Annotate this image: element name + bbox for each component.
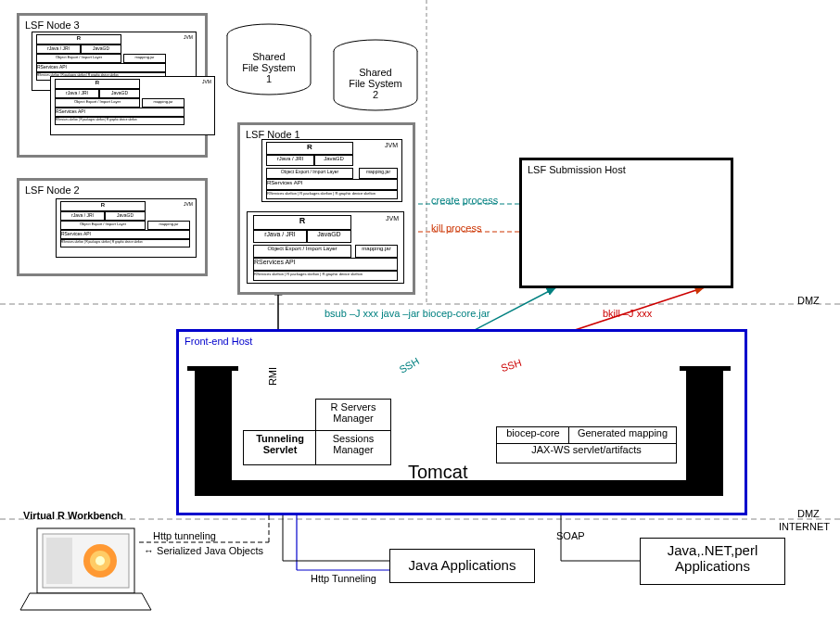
r-servers-manager: R Servers Manager: [315, 399, 391, 434]
svg-rect-23: [46, 538, 72, 584]
tunneling-servlet: Tunneling Servlet: [243, 430, 317, 465]
laptop-icon: [20, 528, 151, 610]
edge-kill: kill process: [431, 222, 481, 234]
tomcat-left: [195, 371, 232, 496]
lsf1-jvm-b: R JVM rJava / JRI JavaGD Object Export /…: [247, 211, 404, 284]
lsf3-jvm-b: RJVMrJava / JRIJavaGDObject Export / Imp…: [50, 76, 215, 135]
edge-http: Http tunneling: [153, 530, 216, 541]
lsf2-title: LSF Node 2: [25, 184, 80, 196]
tomcat-label: Tomcat: [408, 462, 467, 483]
lsf2-jvm: RJVMrJava / JRIJavaGDObject Export / Imp…: [56, 198, 197, 258]
zone-dmz-1: DMZ: [797, 295, 820, 306]
svg-point-22: [95, 556, 105, 565]
generated-mapping: Generated mapping: [568, 426, 677, 445]
tomcat-lip-l: [187, 366, 238, 371]
diagram-canvas: LSF Node 3 RJVMrJava / JRIJavaGDObject E…: [0, 0, 840, 622]
jaxws-servlet: JAX-WS servlet/artifacts: [496, 443, 677, 463]
edge-soap: SOAP: [556, 530, 585, 541]
sfs2-label: Shared File System 2: [348, 67, 403, 100]
lsf3-title: LSF Node 3: [25, 19, 80, 31]
edge-http2: Http Tunneling: [311, 573, 376, 584]
edge-rmi: RMI: [267, 367, 278, 386]
multi-apps: Java,.NET,perl Applications: [640, 538, 785, 585]
edge-bsub: bsub –J xxx java –jar biocep-core.jar: [325, 308, 490, 319]
lsf1-jvm-a: R JVM rJava / JRI JavaGD Object Export /…: [261, 139, 402, 202]
vrw-title: Virtual R Workbench: [23, 510, 123, 521]
java-apps: Java Applications: [389, 549, 535, 583]
sfs1-label: Shared File System 1: [241, 51, 297, 84]
frontend-title: Front-end Host: [185, 336, 252, 347]
biocep-core: biocep-core: [496, 426, 570, 445]
zone-dmz-2: DMZ: [797, 508, 820, 519]
zone-internet: INTERNET: [779, 521, 830, 532]
tomcat-lip-r: [680, 366, 731, 371]
edge-ser: ↔ Serialized Java Objects: [144, 545, 263, 556]
tomcat-right: [686, 371, 723, 496]
edge-create: create process: [431, 195, 498, 206]
edge-bkill: bkill –J xxx: [603, 308, 652, 319]
submission-title: LSF Submission Host: [528, 164, 626, 175]
sessions-manager: Sessions Manager: [315, 430, 391, 465]
lsf-submission-host: LSF Submission Host: [519, 158, 733, 288]
